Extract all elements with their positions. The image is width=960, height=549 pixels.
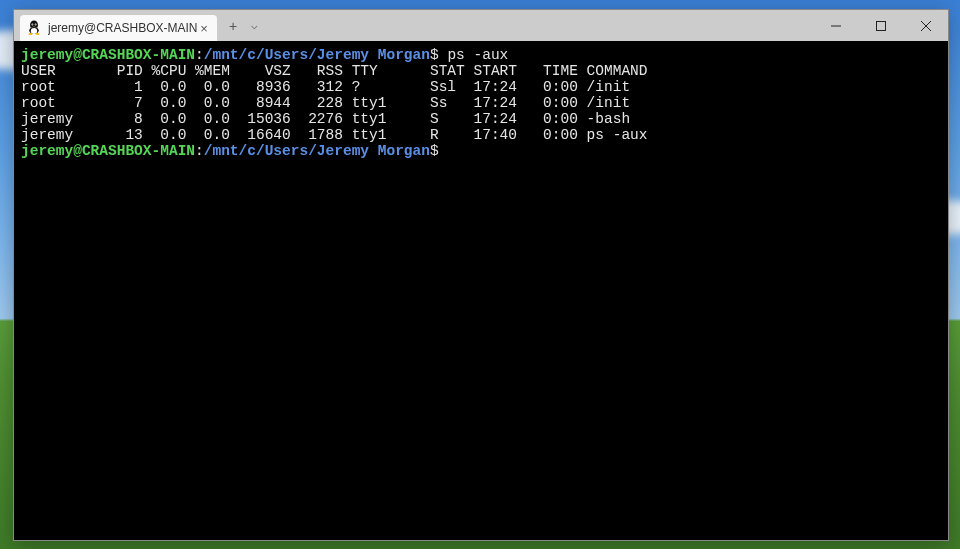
terminal-viewport[interactable]: jeremy@CRASHBOX-MAIN:/mnt/c/Users/Jeremy… <box>14 41 948 540</box>
close-button[interactable] <box>903 10 948 41</box>
prompt-dollar: $ <box>430 143 439 159</box>
window-controls <box>813 10 948 41</box>
prompt-colon: : <box>195 47 204 63</box>
tux-icon <box>26 20 42 36</box>
tab-toolbar: + ⌵ <box>229 10 258 41</box>
prompt-colon: : <box>195 143 204 159</box>
command-text: ps -aux <box>447 47 508 63</box>
prompt-path: /mnt/c/Users/Jeremy Morgan <box>204 47 430 63</box>
tab-dropdown-icon[interactable]: ⌵ <box>251 19 258 32</box>
ps-row: jeremy 13 0.0 0.0 16640 1788 tty1 R 17:4… <box>21 127 648 143</box>
minimize-button[interactable] <box>813 10 858 41</box>
tab-close-icon[interactable]: × <box>197 21 211 36</box>
maximize-button[interactable] <box>858 10 903 41</box>
svg-point-8 <box>29 33 33 35</box>
prompt-path: /mnt/c/Users/Jeremy Morgan <box>204 143 430 159</box>
svg-point-3 <box>31 28 37 34</box>
ps-row: jeremy 8 0.0 0.0 15036 2276 tty1 S 17:24… <box>21 111 630 127</box>
svg-rect-11 <box>876 21 885 30</box>
svg-point-6 <box>32 24 33 25</box>
prompt-userhost: jeremy@CRASHBOX-MAIN <box>21 143 195 159</box>
svg-point-7 <box>35 24 36 25</box>
ps-row: root 1 0.0 0.0 8936 312 ? Ssl 17:24 0:00… <box>21 79 630 95</box>
titlebar[interactable]: jeremy@CRASHBOX-MAIN: /mr × + ⌵ <box>14 10 948 41</box>
tab-title: jeremy@CRASHBOX-MAIN: /mr <box>48 21 197 35</box>
prompt-userhost: jeremy@CRASHBOX-MAIN <box>21 47 195 63</box>
new-tab-button[interactable]: + <box>229 18 237 34</box>
ps-row: root 7 0.0 0.0 8944 228 tty1 Ss 17:24 0:… <box>21 95 630 111</box>
terminal-window: jeremy@CRASHBOX-MAIN: /mr × + ⌵ <box>13 9 949 541</box>
ps-header: USER PID %CPU %MEM VSZ RSS TTY STAT STAR… <box>21 63 648 79</box>
tab-active[interactable]: jeremy@CRASHBOX-MAIN: /mr × <box>20 15 217 41</box>
desktop-wallpaper: jeremy@CRASHBOX-MAIN: /mr × + ⌵ <box>0 0 960 549</box>
prompt-dollar: $ <box>430 47 447 63</box>
svg-point-9 <box>36 33 40 35</box>
